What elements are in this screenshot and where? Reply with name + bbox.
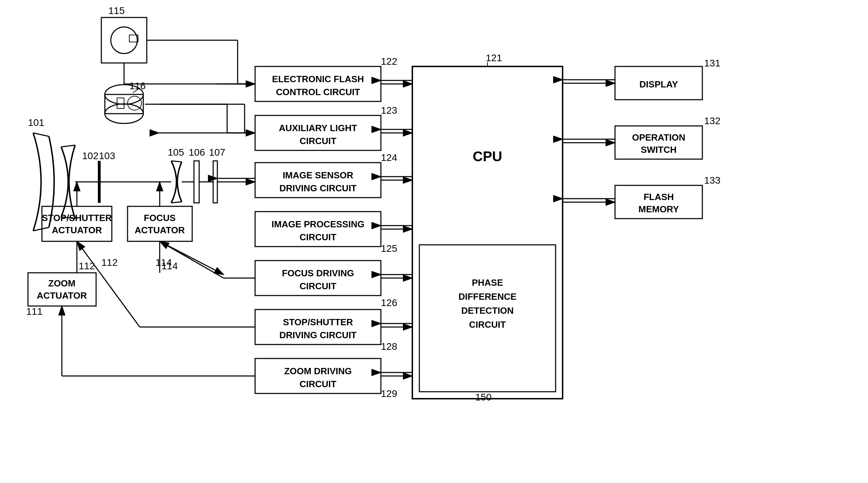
svg-rect-7 xyxy=(98,161,101,203)
electronic-flash-label: ELECTRONIC FLASH xyxy=(272,74,364,84)
flash-mem-label2: MEMORY xyxy=(638,204,679,214)
stop-shutter-driving-label2: DRIVING CIRCUIT xyxy=(280,330,357,340)
zoom-actuator-label: ZOOM xyxy=(48,278,75,289)
ref-115: 115 xyxy=(108,5,125,16)
focus-actuator-label: FOCUS xyxy=(144,213,176,223)
cpu-label: CPU xyxy=(473,149,502,164)
phase-diff-label3: DETECTION xyxy=(461,305,514,316)
diagram-container: 101 102 103 105 106 107 11 xyxy=(0,0,868,483)
op-switch-label2: SWITCH xyxy=(641,144,677,155)
zoom-driving-label2: CIRCUIT xyxy=(299,379,337,389)
ref-103: 103 xyxy=(99,150,115,161)
focus-driving-label2: CIRCUIT xyxy=(299,281,337,291)
ref-132: 132 xyxy=(704,115,721,126)
ref-124: 124 xyxy=(381,152,397,163)
electronic-flash-label2: CONTROL CIRCUIT xyxy=(276,87,360,97)
phase-diff-label4: CIRCUIT xyxy=(469,319,506,330)
ref-123: 123 xyxy=(381,105,397,116)
zoom-actuator-label2: ACTUATOR xyxy=(37,290,87,301)
ref-114b: 114 xyxy=(161,261,178,271)
stop-shutter-driving-label: STOP/SHUTTER xyxy=(283,317,353,327)
aux-light-label: AUXILIARY LIGHT xyxy=(279,123,357,133)
ref-150: 150 xyxy=(475,392,492,403)
ref-128: 128 xyxy=(381,341,397,352)
ref-121: 121 xyxy=(486,52,502,63)
ref-131: 131 xyxy=(704,58,721,69)
zoom-driving-label: ZOOM DRIVING xyxy=(284,366,352,376)
flash-mem-label: FLASH xyxy=(644,192,674,202)
ref-125: 125 xyxy=(381,243,397,254)
aux-light-label2: CIRCUIT xyxy=(299,136,337,146)
phase-diff-label: PHASE xyxy=(472,277,503,288)
stop-shutter-actuator-label: STOP/SHUTTER xyxy=(42,213,112,223)
phase-diff-label2: DIFFERENCE xyxy=(458,291,516,302)
ref-106: 106 xyxy=(189,147,205,158)
focus-actuator-label2: ACTUATOR xyxy=(135,225,185,235)
stop-shutter-actuator-label2: ACTUATOR xyxy=(52,225,102,235)
ref-112b: 112 xyxy=(79,261,95,271)
display-label: DISPLAY xyxy=(639,79,678,90)
ref-112: 112 xyxy=(101,257,118,268)
image-sensor-label: IMAGE SENSOR xyxy=(283,170,353,180)
ref-126: 126 xyxy=(381,297,397,308)
op-switch-label: OPERATION xyxy=(632,132,686,143)
ref-101: 101 xyxy=(28,117,44,128)
ref-111: 111 xyxy=(26,306,43,317)
image-sensor-label2: DRIVING CIRCUIT xyxy=(280,183,357,193)
ref-105: 105 xyxy=(168,147,184,158)
image-proc-label: IMAGE PROCESSING xyxy=(272,219,364,229)
ref-122: 122 xyxy=(381,56,397,67)
ref-133: 133 xyxy=(704,175,721,186)
focus-driving-label: FOCUS DRIVING xyxy=(282,268,354,278)
ref-107: 107 xyxy=(209,147,225,158)
ref-129: 129 xyxy=(381,388,397,399)
image-proc-label2: CIRCUIT xyxy=(299,232,337,242)
ref-102: 102 xyxy=(82,150,99,161)
